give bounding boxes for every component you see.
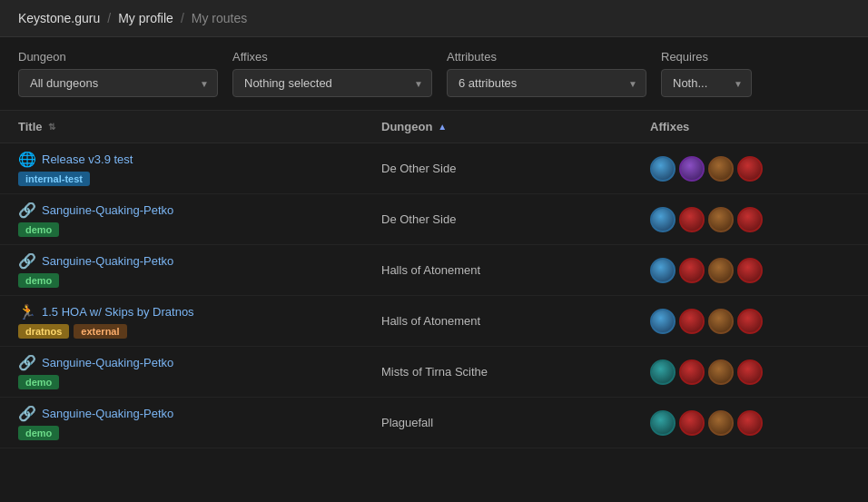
route-tags: internal-test bbox=[18, 172, 381, 186]
route-title-text: Sanguine-Quaking-Petko bbox=[42, 203, 173, 217]
tag-dratnos: dratnos bbox=[18, 324, 69, 339]
breadcrumb-home[interactable]: Keystone.guru bbox=[18, 11, 100, 25]
route-title-text: 1.5 HOA w/ Skips by Dratnos bbox=[42, 305, 194, 319]
affix-icon-1 bbox=[679, 359, 705, 385]
route-title-link[interactable]: 🔗Sanguine-Quaking-Petko bbox=[18, 354, 381, 371]
affix-icon-2 bbox=[708, 309, 734, 334]
breadcrumb-sep-2: / bbox=[181, 11, 184, 25]
affix-icon-1 bbox=[679, 309, 705, 334]
route-icon: 🔗 bbox=[18, 252, 36, 270]
route-tags: dratnosexternal bbox=[18, 324, 381, 339]
row-title-cell: 🏃1.5 HOA w/ Skips by Dratnosdratnosexter… bbox=[18, 303, 381, 339]
affixes-cell bbox=[650, 359, 850, 385]
breadcrumb-profile[interactable]: My profile bbox=[118, 11, 173, 25]
th-title[interactable]: Title ⇅ bbox=[18, 120, 381, 133]
table-row: 🔗Sanguine-Quaking-PetkodemoPlaguefall bbox=[0, 398, 868, 448]
tag-external: external bbox=[74, 324, 126, 339]
dungeon-name: De Other Side bbox=[381, 162, 650, 175]
route-title-link[interactable]: 🏃1.5 HOA w/ Skips by Dratnos bbox=[18, 303, 381, 320]
table-header: Title ⇅ Dungeon ▲ Affixes bbox=[0, 111, 868, 143]
affix-icon-0 bbox=[650, 207, 676, 232]
tag-demo: demo bbox=[18, 375, 59, 389]
affix-icon-0 bbox=[650, 258, 676, 283]
row-title-cell: 🔗Sanguine-Quaking-Petkodemo bbox=[18, 202, 381, 237]
affix-icon-3 bbox=[737, 258, 763, 283]
affixes-cell bbox=[650, 207, 850, 232]
route-title-link[interactable]: 🌐Release v3.9 test bbox=[18, 151, 381, 168]
route-tags: demo bbox=[18, 375, 381, 389]
filter-attributes-label: Attributes bbox=[447, 50, 646, 64]
routes-table: Title ⇅ Dungeon ▲ Affixes 🌐Release v3.9 … bbox=[0, 111, 868, 448]
route-icon: 🏃 bbox=[18, 303, 36, 320]
table-row: 🔗Sanguine-Quaking-PetkodemoHalls of Aton… bbox=[0, 245, 868, 296]
affixes-cell bbox=[650, 258, 850, 283]
attributes-select[interactable]: 6 attributes bbox=[447, 69, 646, 97]
sort-title-icon: ⇅ bbox=[48, 122, 55, 132]
route-tags: demo bbox=[18, 426, 381, 440]
sort-dungeon-icon: ▲ bbox=[438, 122, 447, 132]
tag-demo: demo bbox=[18, 273, 59, 288]
table-row: 🌐Release v3.9 testinternal-testDe Other … bbox=[0, 143, 868, 194]
dungeon-name: Plaguefall bbox=[381, 416, 650, 429]
route-title-text: Release v3.9 test bbox=[42, 153, 133, 166]
filter-dungeon-group: Dungeon All dungeons bbox=[18, 50, 218, 97]
route-title-text: Sanguine-Quaking-Petko bbox=[42, 407, 173, 420]
route-icon: 🔗 bbox=[18, 202, 36, 219]
affixes-cell bbox=[650, 410, 850, 436]
affixes-select-wrapper: Nothing selected bbox=[232, 69, 432, 97]
route-title-link[interactable]: 🔗Sanguine-Quaking-Petko bbox=[18, 405, 381, 422]
dungeon-name: Halls of Atonement bbox=[381, 263, 650, 277]
route-icon: 🔗 bbox=[18, 354, 36, 371]
affix-icon-2 bbox=[708, 258, 734, 283]
affixes-select[interactable]: Nothing selected bbox=[232, 69, 432, 97]
affix-icon-0 bbox=[650, 359, 676, 385]
filter-requires-group: Requires Noth... bbox=[661, 50, 752, 97]
dungeon-select[interactable]: All dungeons bbox=[18, 69, 218, 97]
table-row: 🏃1.5 HOA w/ Skips by Dratnosdratnosexter… bbox=[0, 296, 868, 347]
affix-icon-1 bbox=[679, 207, 705, 232]
affix-icon-1 bbox=[679, 258, 705, 283]
affix-icon-0 bbox=[650, 309, 676, 334]
row-title-cell: 🔗Sanguine-Quaking-Petkodemo bbox=[18, 354, 381, 389]
dungeon-select-wrapper: All dungeons bbox=[18, 69, 218, 97]
requires-select[interactable]: Noth... bbox=[661, 69, 752, 97]
affix-icon-2 bbox=[708, 359, 734, 385]
row-title-cell: 🔗Sanguine-Quaking-Petkodemo bbox=[18, 252, 381, 288]
route-title-link[interactable]: 🔗Sanguine-Quaking-Petko bbox=[18, 252, 381, 270]
affix-icon-1 bbox=[679, 410, 705, 436]
route-tags: demo bbox=[18, 222, 381, 237]
dungeon-name: Halls of Atonement bbox=[381, 314, 650, 328]
affix-icon-3 bbox=[737, 359, 763, 385]
filter-dungeon-label: Dungeon bbox=[18, 50, 218, 64]
table-row: 🔗Sanguine-Quaking-PetkodemoMists of Tirn… bbox=[0, 347, 868, 398]
table-body: 🌐Release v3.9 testinternal-testDe Other … bbox=[0, 143, 868, 448]
table-row: 🔗Sanguine-Quaking-PetkodemoDe Other Side bbox=[0, 194, 868, 245]
affix-icon-3 bbox=[737, 309, 763, 334]
filter-requires-label: Requires bbox=[661, 50, 752, 64]
affix-icon-2 bbox=[708, 410, 734, 436]
th-dungeon[interactable]: Dungeon ▲ bbox=[381, 120, 650, 133]
filter-affixes-label: Affixes bbox=[232, 50, 432, 64]
filter-attributes-group: Attributes 6 attributes bbox=[447, 50, 646, 97]
th-affixes: Affixes bbox=[650, 120, 850, 133]
affixes-cell bbox=[650, 156, 850, 182]
tag-internal: internal-test bbox=[18, 172, 90, 186]
tag-demo: demo bbox=[18, 426, 59, 440]
affix-icon-1 bbox=[679, 156, 705, 182]
affix-icon-2 bbox=[708, 207, 734, 232]
attributes-select-wrapper: 6 attributes bbox=[447, 69, 646, 97]
dungeon-name: Mists of Tirna Scithe bbox=[381, 365, 650, 379]
requires-select-wrapper: Noth... bbox=[661, 69, 752, 97]
row-title-cell: 🔗Sanguine-Quaking-Petkodemo bbox=[18, 405, 381, 440]
affix-icon-3 bbox=[737, 156, 763, 182]
filters-bar: Dungeon All dungeons Affixes Nothing sel… bbox=[0, 37, 868, 111]
route-icon: 🔗 bbox=[18, 405, 36, 422]
tag-demo: demo bbox=[18, 222, 59, 237]
route-title-link[interactable]: 🔗Sanguine-Quaking-Petko bbox=[18, 202, 381, 219]
affix-icon-3 bbox=[737, 410, 763, 436]
breadcrumb: Keystone.guru / My profile / My routes bbox=[0, 0, 868, 37]
affix-icon-3 bbox=[737, 207, 763, 232]
filter-affixes-group: Affixes Nothing selected bbox=[232, 50, 432, 97]
route-icon: 🌐 bbox=[18, 151, 36, 168]
route-title-text: Sanguine-Quaking-Petko bbox=[42, 254, 173, 268]
